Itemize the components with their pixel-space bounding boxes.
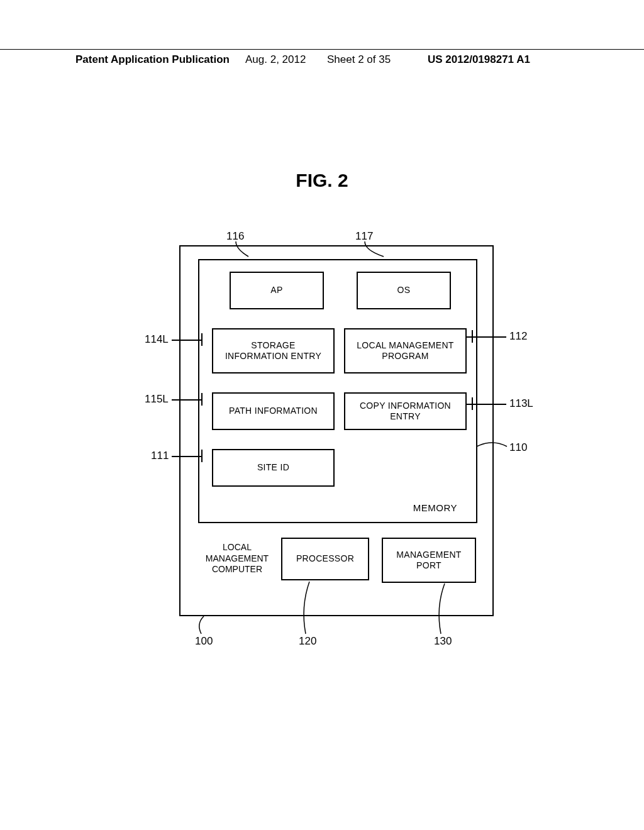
lead-115L-tick — [201, 393, 203, 406]
memory-box: AP OS STORAGEINFORMATION ENTRY LOCAL MAN… — [198, 259, 477, 523]
memory-label: MEMORY — [413, 502, 457, 513]
lead-113L-tick — [472, 397, 473, 410]
ref-114L: 114L — [145, 333, 169, 346]
lead-114L — [172, 340, 201, 341]
ref-111: 111 — [151, 450, 169, 462]
site-id-block: SITE ID — [212, 449, 335, 487]
copy-info-block: COPY INFORMATIONENTRY — [344, 392, 467, 430]
lead-111 — [172, 456, 201, 457]
ref-117: 117 — [355, 230, 373, 243]
local-mgmt-program-block: LOCAL MANAGEMENTPROGRAM — [344, 328, 467, 374]
storage-info-block: STORAGEINFORMATION ENTRY — [212, 328, 335, 374]
header-publication: Patent Application Publication — [75, 53, 230, 66]
ref-115L: 115L — [145, 393, 169, 406]
local-mgmt-computer-label: LOCALMANAGEMENTCOMPUTER — [199, 542, 275, 575]
ref-100: 100 — [195, 635, 213, 648]
lead-115L — [172, 399, 201, 401]
lead-112-tick — [472, 330, 473, 343]
path-info-block: PATH INFORMATION — [212, 392, 335, 430]
figure-title: FIG. 2 — [0, 170, 644, 191]
ref-116: 116 — [226, 230, 244, 243]
ap-block: AP — [230, 272, 324, 309]
ref-110: 110 — [509, 441, 527, 454]
os-block: OS — [357, 272, 451, 309]
lead-100-curve — [196, 616, 209, 635]
header-date: Aug. 2, 2012 — [245, 53, 306, 66]
ref-113L: 113L — [509, 397, 533, 410]
local-management-computer-box: AP OS STORAGEINFORMATION ENTRY LOCAL MAN… — [179, 245, 494, 616]
header-pubno: US 2012/0198271 A1 — [428, 53, 530, 66]
ref-130: 130 — [434, 635, 452, 648]
header-sheet: Sheet 2 of 35 — [327, 53, 391, 66]
ref-120: 120 — [299, 635, 316, 648]
lead-111-tick — [201, 450, 203, 462]
lead-114L-tick — [201, 333, 203, 346]
management-port-block: MANAGEMENTPORT — [382, 538, 476, 583]
ref-112: 112 — [509, 330, 527, 343]
processor-block: PROCESSOR — [281, 538, 369, 580]
page-header: Patent Application Publication Aug. 2, 2… — [0, 49, 644, 53]
